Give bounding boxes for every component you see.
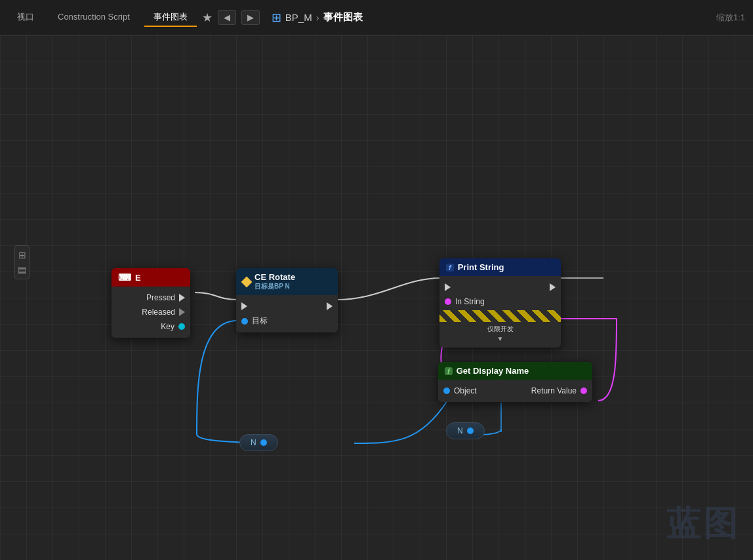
- key-pin[interactable]: [178, 323, 185, 330]
- node-e-released-row: Released: [112, 305, 190, 319]
- node-get-display-header: f Get Display Name: [438, 362, 592, 380]
- node-keyboard-event-e[interactable]: ⌨ E Pressed Released Key: [112, 268, 190, 338]
- breadcrumb-event-graph[interactable]: 事件图表: [323, 11, 363, 24]
- node-print-string-title: Print String: [458, 262, 504, 272]
- tab-viewport[interactable]: 视口: [8, 9, 43, 27]
- pressed-exec-pin[interactable]: [179, 294, 185, 302]
- node-ce-rotate-body: 目标: [236, 295, 338, 332]
- ce-target-pin[interactable]: [241, 318, 248, 325]
- forward-button[interactable]: ▶: [241, 10, 260, 25]
- pill-n2-label: N: [457, 426, 463, 435]
- node-e-pressed-row: Pressed: [112, 290, 190, 305]
- node-ce-exec-row: [236, 299, 338, 313]
- node-print-string-header: f Print String: [439, 258, 561, 276]
- left-tool-strip: ⊞ ▤: [14, 245, 30, 279]
- star-button[interactable]: ★: [202, 10, 213, 25]
- node-e-title: E: [135, 273, 141, 283]
- pill-n1-pin[interactable]: [260, 439, 267, 446]
- node-get-display-title: Get Display Name: [457, 366, 529, 376]
- watermark: 蓝图: [666, 501, 740, 547]
- ps-instring-label: In String: [455, 297, 485, 306]
- released-label: Released: [142, 308, 175, 317]
- tool-icon-1[interactable]: ⊞: [18, 250, 26, 260]
- pressed-label: Pressed: [146, 293, 175, 302]
- node-print-string[interactable]: f Print String In String 仅限开发 ▼: [439, 258, 561, 348]
- node-ce-rotate[interactable]: CE Rotate 目标是BP N 目标: [236, 268, 338, 332]
- ps-instring-pin[interactable]: [445, 298, 451, 305]
- node-ps-warn-stripe: [439, 310, 561, 322]
- pill-n2-pin[interactable]: [467, 428, 474, 434]
- node-print-string-body: In String 仅限开发 ▼: [439, 276, 561, 348]
- grid-icon: ⊞: [272, 10, 281, 25]
- node-get-display-name[interactable]: f Get Display Name Object Return Value: [438, 362, 592, 402]
- node-ce-rotate-subtitle: 目标是BP N: [254, 282, 295, 291]
- ps-exec-in-pin[interactable]: [445, 283, 451, 291]
- topbar: 视口 Construction Script 事件图表 ★ ◀ ▶ ⊞ BP_M…: [0, 0, 753, 35]
- function-icon-blue: f: [446, 264, 454, 271]
- pill-node-n2[interactable]: N: [446, 422, 485, 439]
- ps-exec-out-pin[interactable]: [550, 283, 556, 291]
- gdn-return-label: Return Value: [531, 386, 577, 395]
- node-ce-target-row: 目标: [236, 313, 338, 329]
- node-ps-instring-row: In String: [439, 294, 561, 309]
- node-e-header: ⌨ E: [112, 268, 190, 287]
- node-ps-exec-row: [439, 280, 561, 294]
- diamond-icon: [241, 276, 253, 287]
- back-button[interactable]: ◀: [218, 10, 236, 25]
- pill-n1-label: N: [251, 438, 256, 447]
- released-exec-pin[interactable]: [179, 308, 185, 316]
- node-get-display-body: Object Return Value: [438, 380, 592, 402]
- tab-construction-script[interactable]: Construction Script: [49, 9, 139, 26]
- tool-icon-2[interactable]: ▤: [18, 264, 26, 275]
- node-e-key-row: Key: [112, 319, 190, 334]
- gdn-return-pin[interactable]: [580, 388, 587, 394]
- function-icon-green: f: [445, 367, 453, 375]
- node-ce-rotate-header: CE Rotate 目标是BP N: [236, 268, 338, 295]
- tab-event-graph[interactable]: 事件图表: [144, 9, 197, 27]
- ce-target-label: 目标: [252, 315, 268, 327]
- key-label: Key: [161, 322, 174, 331]
- node-ps-warn-label: 仅限开发: [439, 323, 561, 335]
- gdn-object-pin[interactable]: [443, 388, 450, 394]
- node-gdn-row: Object Return Value: [438, 384, 592, 398]
- keyboard-icon: ⌨: [118, 272, 131, 283]
- breadcrumb-sep: ›: [316, 12, 319, 23]
- zoom-label: 缩放1:1: [716, 12, 745, 24]
- node-ce-rotate-title: CE Rotate: [254, 272, 295, 282]
- ce-exec-in-pin[interactable]: [241, 302, 247, 310]
- blueprint-canvas[interactable]: ⌨ E Pressed Released Key CE Rotate 目标是BP: [0, 35, 753, 560]
- ce-exec-out-pin[interactable]: [327, 302, 333, 310]
- pill-node-n1[interactable]: N: [239, 434, 278, 451]
- breadcrumb-bp[interactable]: BP_M: [285, 12, 312, 23]
- gdn-object-label: Object: [454, 386, 477, 395]
- breadcrumb: ⊞ BP_M › 事件图表: [272, 10, 363, 25]
- node-ps-collapse[interactable]: ▼: [439, 335, 561, 344]
- node-e-body: Pressed Released Key: [112, 287, 190, 338]
